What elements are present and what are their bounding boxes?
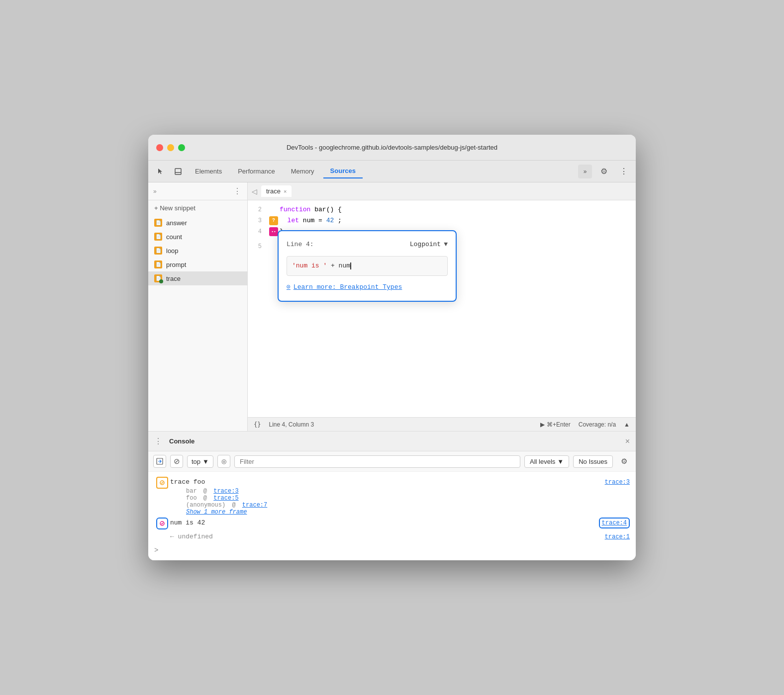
maximize-button[interactable]	[178, 144, 185, 151]
show-more-row: Show 1 more frame	[186, 509, 630, 516]
coverage-label: Coverage: n/a	[579, 421, 616, 428]
logpoint-input[interactable]: 'num is ' + num	[287, 256, 448, 276]
logpoint-plus-part: + num	[327, 262, 350, 269]
tab-sources[interactable]: Sources	[323, 164, 363, 178]
context-label: top	[192, 458, 200, 465]
status-bar: {} Line 4, Column 3 ▶ ⌘+Enter Coverage: …	[248, 417, 636, 431]
clear-console-icon[interactable]: ⊘	[170, 455, 183, 468]
cursor-icon[interactable]	[152, 164, 168, 179]
trace-indent-bar: bar @ trace:3 foo @ trace:5 (anonymous) …	[170, 488, 630, 516]
logpoint-popup: Line 4: Logpoint ▼ 'num is ' + num ⊙ Lea…	[278, 230, 457, 302]
sidebar-item-answer[interactable]: 📄 answer	[148, 216, 247, 230]
console-drag-icon[interactable]: ⋮	[154, 436, 163, 446]
breakpoint-badge-pink[interactable]: ••	[269, 227, 278, 236]
format-icon[interactable]: {}	[254, 421, 261, 428]
console-close-icon[interactable]: ×	[625, 437, 630, 446]
traffic-lights	[156, 144, 185, 151]
code-panel-icon[interactable]: ◁	[252, 187, 257, 195]
minimize-button[interactable]	[167, 144, 174, 151]
more-options-icon[interactable]: ⋮	[616, 164, 632, 179]
code-line-3: 3 ? let num = 42 ;	[248, 215, 636, 226]
trace-bar-row: bar @ trace:3	[186, 488, 630, 495]
window-title: DevTools - googlechrome.github.io/devtoo…	[287, 144, 497, 151]
breakpoint-badge-orange[interactable]: ?	[269, 216, 278, 225]
live-expressions-icon[interactable]: ◎	[217, 455, 230, 468]
trace-link-foo[interactable]: trace:5	[213, 495, 238, 502]
console-trace-source[interactable]: trace:3	[605, 479, 630, 486]
sidebar-collapse-icon[interactable]: »	[153, 188, 157, 195]
logpoint-line-label: Line 4:	[287, 239, 314, 250]
sidebar-item-trace[interactable]: 📄 trace	[148, 271, 247, 285]
code-identifier: bar() {	[314, 206, 342, 213]
snippet-file-icon: 📄	[154, 274, 162, 282]
prompt-arrow-icon: >	[154, 546, 158, 554]
sidebar-item-loop[interactable]: 📄 loop	[148, 244, 247, 258]
tab-memory[interactable]: Memory	[284, 165, 321, 178]
all-levels-arrow-icon: ▼	[557, 458, 564, 465]
trace-foo-row: foo @ trace:5	[186, 495, 630, 502]
code-text-3: let num = 42 ;	[280, 215, 636, 226]
code-tab-close-icon[interactable]: ×	[284, 188, 287, 194]
console-undefined-message: ← undefined	[170, 531, 605, 542]
snippet-file-icon: 📄	[154, 233, 162, 241]
logpoint-indicator-orange	[154, 477, 170, 489]
run-button[interactable]: ▶ ⌘+Enter	[540, 421, 571, 428]
code-line-2: 2 function bar() {	[248, 204, 636, 215]
main-content: » ⋮ + New snippet 📄 answer 📄 count 📄 loo…	[148, 182, 636, 431]
new-snippet-button[interactable]: + New snippet	[148, 200, 247, 216]
title-bar: DevTools - googlechrome.github.io/devtoo…	[148, 135, 636, 161]
sidebar-item-prompt[interactable]: 📄 prompt	[148, 258, 247, 271]
screenshot-icon[interactable]: ▲	[624, 421, 630, 428]
console-at-foo: @	[203, 495, 207, 502]
code-number: 42	[326, 217, 334, 224]
show-more-link[interactable]: Show 1 more frame	[186, 509, 247, 516]
tab-elements[interactable]: Elements	[188, 165, 229, 178]
all-levels-dropdown[interactable]: All levels ▼	[524, 455, 569, 468]
console-row-trace: trace foo trace:3 bar @ trace:3 foo @ tr…	[148, 476, 636, 517]
close-button[interactable]	[156, 144, 163, 151]
console-num-source[interactable]: trace:4	[599, 518, 630, 528]
trace-link-bar[interactable]: trace:3	[213, 488, 238, 495]
snippet-file-icon: 📄	[154, 219, 162, 227]
logpoint-pink-icon	[156, 518, 168, 529]
learn-more-link[interactable]: ⊙ Learn more: Breakpoint Types	[287, 282, 448, 293]
console-num-content: num is 42 trace:4	[170, 518, 630, 528]
keyword-let: let	[288, 217, 299, 224]
filter-input[interactable]	[234, 455, 520, 468]
run-icon: ▶	[540, 421, 545, 428]
all-levels-label: All levels	[530, 458, 555, 465]
trace-anon-row: (anonymous) @ trace:7	[186, 502, 630, 509]
code-tab-bar: ◁ trace ×	[248, 182, 636, 200]
console-at-anon: @	[232, 502, 235, 509]
code-tab-label: trace	[266, 187, 281, 195]
settings-icon[interactable]: ⚙	[596, 164, 612, 179]
code-content: 2 function bar() { 3 ? let num =	[248, 200, 636, 417]
svg-rect-0	[175, 169, 181, 174]
trace-link-anon[interactable]: trace:7	[242, 502, 267, 509]
code-punctuation: ;	[338, 217, 342, 224]
undefined-label: undefined	[178, 533, 213, 540]
more-tabs-icon[interactable]: »	[578, 165, 592, 178]
logpoint-type-selector[interactable]: Logpoint ▼	[410, 239, 448, 250]
context-selector[interactable]: top ▼	[187, 455, 213, 468]
logpoint-dropdown-icon[interactable]: ▼	[444, 239, 448, 250]
execute-context-icon[interactable]	[153, 455, 166, 468]
console-prompt: >	[148, 544, 636, 556]
snippet-file-icon: 📄	[154, 247, 162, 255]
toggle-drawer-icon[interactable]	[170, 164, 186, 179]
code-identifier: num =	[303, 217, 326, 224]
tab-bar-right: » ⚙ ⋮	[578, 164, 632, 179]
sidebar-item-count[interactable]: 📄 count	[148, 230, 247, 244]
sidebar-more-icon[interactable]: ⋮	[233, 186, 242, 196]
trace-header: trace foo trace:3	[170, 477, 630, 488]
snippet-file-icon: 📄	[154, 261, 162, 268]
sidebar-item-label: prompt	[166, 261, 186, 268]
code-tab-trace[interactable]: trace ×	[261, 185, 292, 197]
console-undefined-source[interactable]: trace:1	[605, 533, 630, 540]
devtools-window: DevTools - googlechrome.github.io/devtoo…	[148, 135, 636, 560]
console-settings-icon[interactable]: ⚙	[617, 454, 631, 468]
tab-bar: Elements Performance Memory Sources » ⚙ …	[148, 161, 636, 182]
tab-performance[interactable]: Performance	[231, 165, 282, 178]
line-number-3: 3	[248, 215, 268, 226]
no-issues-button[interactable]: No Issues	[573, 455, 613, 468]
